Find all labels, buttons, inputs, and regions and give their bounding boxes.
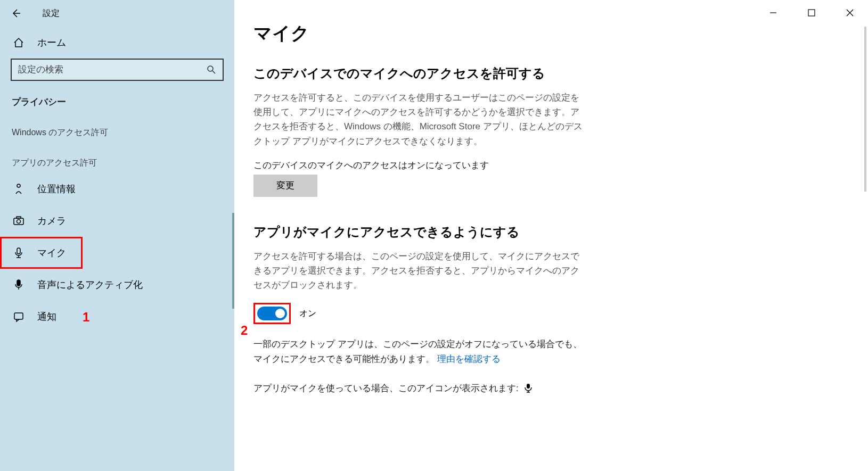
- home-button[interactable]: ホーム: [0, 27, 234, 59]
- main-scrollbar[interactable]: [864, 27, 866, 192]
- sidebar-item-notifications[interactable]: 通知: [0, 301, 234, 333]
- svg-rect-14: [808, 10, 815, 16]
- sidebar-item-label: 通知: [37, 310, 56, 323]
- search-icon: [207, 65, 216, 75]
- maximize-button[interactable]: [802, 5, 821, 20]
- main-content: マイク このデバイスでのマイクへのアクセスを許可する アクセスを許可すると、この…: [234, 0, 868, 471]
- group-apps-label: アプリのアクセス許可: [0, 143, 234, 173]
- minimize-button[interactable]: [764, 5, 783, 20]
- sidebar-item-camera[interactable]: カメラ: [0, 205, 234, 237]
- home-icon: [12, 37, 26, 48]
- sidebar-item-label: 位置情報: [37, 183, 76, 195]
- page-title: マイク: [253, 21, 868, 46]
- svg-rect-12: [14, 313, 23, 319]
- svg-point-1: [208, 66, 213, 71]
- window-title: 設定: [43, 8, 60, 19]
- notification-icon: [12, 310, 26, 324]
- svg-rect-10: [17, 280, 20, 286]
- sidebar-item-location[interactable]: 位置情報: [0, 173, 234, 205]
- svg-rect-6: [17, 217, 21, 218]
- home-label: ホーム: [37, 36, 66, 49]
- reason-link[interactable]: 理由を確認する: [437, 354, 501, 364]
- section2-desc: アクセスを許可する場合は、このページの設定を使用して、マイクにアクセスできるアプ…: [253, 249, 584, 293]
- close-button[interactable]: [840, 5, 859, 20]
- microphone-indicator-icon: [524, 383, 533, 393]
- section1-heading: このデバイスでのマイクへのアクセスを許可する: [253, 65, 868, 82]
- microphone-icon: [12, 246, 26, 260]
- svg-rect-7: [17, 248, 20, 254]
- svg-rect-17: [527, 384, 530, 389]
- group-windows-label: Windows のアクセス許可: [0, 112, 234, 143]
- section2-heading: アプリがマイクにアクセスできるようにする: [253, 224, 868, 241]
- section2-note: 一部のデスクトップ アプリは、このページの設定がオフになっている場合でも、マイク…: [253, 337, 584, 366]
- mic-apps-toggle[interactable]: [257, 307, 287, 320]
- svg-point-3: [17, 184, 20, 187]
- svg-line-2: [212, 71, 215, 73]
- change-button[interactable]: 変更: [253, 175, 317, 197]
- search-input[interactable]: [18, 64, 207, 75]
- toggle-label: オン: [299, 308, 316, 319]
- sidebar-item-label: マイク: [37, 246, 66, 259]
- search-input-container[interactable]: [11, 59, 224, 81]
- sidebar: 設定 ホーム プライバシー Windows のアクセス許可 アプリのアクセス許可…: [0, 0, 234, 471]
- sidebar-item-voice-activation[interactable]: 音声によるアクティブ化: [0, 269, 234, 301]
- voice-icon: [12, 278, 26, 292]
- svg-point-5: [17, 220, 21, 224]
- sidebar-item-label: 音声によるアクティブ化: [37, 278, 143, 291]
- back-button[interactable]: [9, 6, 23, 21]
- annotation-1: 1: [83, 310, 89, 325]
- location-icon: [12, 182, 26, 196]
- sidebar-item-label: カメラ: [37, 214, 66, 227]
- sidebar-item-microphone[interactable]: マイク: [0, 237, 83, 269]
- annotation-2-box: [253, 303, 291, 324]
- annotation-2: 2: [241, 323, 248, 338]
- section1-desc: アクセスを許可すると、このデバイスを使用するユーザーはこのページの設定を使用して…: [253, 90, 584, 148]
- section2-icon-line: アプリがマイクを使っている場合、このアイコンが表示されます:: [253, 382, 868, 394]
- camera-icon: [12, 214, 26, 228]
- section-privacy-label: プライバシー: [0, 86, 234, 112]
- section1-status: このデバイスのマイクへのアクセスはオンになっています: [253, 159, 868, 171]
